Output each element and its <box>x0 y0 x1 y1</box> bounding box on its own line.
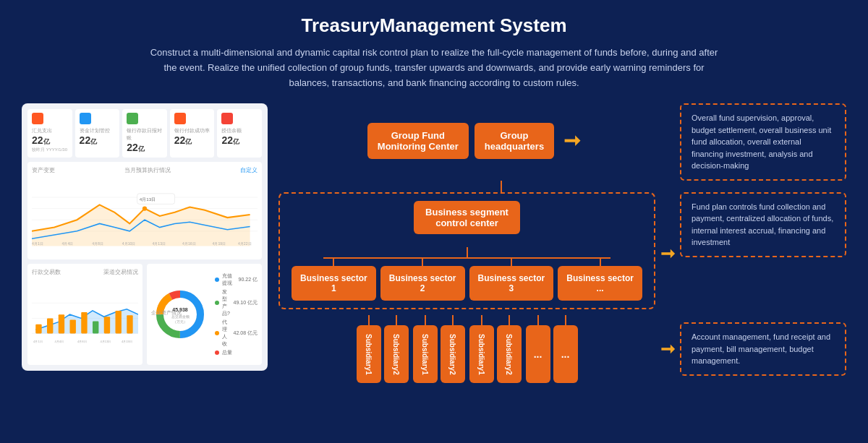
svg-text:4月4日: 4月4日 <box>55 340 64 343</box>
subsidiary-2-2: Subsidiary2 <box>441 325 465 383</box>
legend-item-4: 总量 <box>215 349 258 356</box>
legend-item-1: 充值提现 90.22 亿 <box>215 272 258 287</box>
svg-text:4月8日: 4月8日 <box>92 241 103 246</box>
chart-title: 资产变更当月预算执行情况自定义 <box>32 166 258 174</box>
sector-1-children: Subsidiary1 Subsidiary2 <box>357 315 409 383</box>
arrow-3: ➞ <box>663 339 673 359</box>
svg-marker-4 <box>32 205 250 246</box>
group-hq-box: Group headquarters <box>475 123 554 159</box>
svg-text:4月1日: 4月1日 <box>32 241 43 246</box>
sector-3-group: Business sector 3 <box>469 257 554 301</box>
segment-container: Business segment control center <box>278 192 655 309</box>
svg-text:4月19日: 4月19日 <box>122 340 132 343</box>
level-3-info-box: Account management, fund receipt and pay… <box>680 322 846 376</box>
svg-rect-22 <box>59 315 64 334</box>
svg-text:4月1日: 4月1日 <box>33 340 43 343</box>
group-fund-box: Group Fund Monitoring Center <box>367 123 469 159</box>
arrow-right-1: ➞ <box>563 129 580 152</box>
svg-rect-26 <box>104 317 110 334</box>
svg-text:4月16日: 4月16日 <box>182 241 196 246</box>
sector-3-children: Subsidiary1 Subsidiary2 <box>469 315 522 383</box>
main-content: 汇兑支出 22亿 较昨月 YYYY/1/30 资金计划管控 22亿 银行存款日报… <box>22 103 846 383</box>
level-2-org: Business segment control center <box>278 192 655 315</box>
level-3-org: Subsidiary1 Subsidiary2 <box>278 315 655 383</box>
bar-chart-title: 行款交易数渠道交易情况 <box>32 268 138 276</box>
stat-icon-4 <box>174 113 186 124</box>
donut-chart-panel: 企业资产情况 45,938 总交易金额 （万元） <box>147 264 262 365</box>
description-text: Construct a multi-dimensional and dynami… <box>145 46 723 90</box>
stat-icon-2 <box>80 113 91 124</box>
bar-chart-svg: 4月1日 4月4日 4月8日 4月13日 4月19日 <box>32 279 138 358</box>
stat-icon-1 <box>32 113 43 124</box>
svg-rect-25 <box>93 322 98 334</box>
legend-dot-2 <box>215 301 219 305</box>
stat-cards-row: 汇兑支出 22亿 较昨月 YYYY/1/30 资金计划管控 22亿 银行存款日报… <box>27 109 262 158</box>
legend-dot-1 <box>215 278 219 282</box>
svg-text:4月13日: 4月13日 <box>101 340 111 343</box>
bottom-charts-row: 行款交易数渠道交易情况 <box>27 264 262 365</box>
sector-2-children: Subsidiary1 Subsidiary2 <box>413 315 465 383</box>
subsidiary-dots-2: ... <box>553 325 578 383</box>
page-title: TreasuryManagement System <box>22 14 846 37</box>
stat-card-2: 资金计划管控 22亿 <box>75 109 120 158</box>
sector-box-1: Business sector 1 <box>292 266 376 301</box>
subsidiary-3-2: Subsidiary2 <box>497 325 522 383</box>
level-1-row: Group Fund Monitoring Center Group headq… <box>278 103 846 181</box>
subsidiary-2-1: Subsidiary1 <box>413 325 438 383</box>
line-chart-area: 资产变更当月预算执行情况自定义 <box>27 162 262 259</box>
svg-text:4月4日: 4月4日 <box>62 241 74 246</box>
svg-text:4月22日: 4月22日 <box>238 241 252 246</box>
svg-text:4月13日: 4月13日 <box>140 197 156 202</box>
svg-rect-24 <box>81 312 87 333</box>
stat-card-1: 汇兑支出 22亿 较昨月 YYYY/1/30 <box>27 109 72 158</box>
level-1-info-box: Overall fund supervision, approval, budg… <box>680 103 846 181</box>
page-container: TreasuryManagement System Construct a mu… <box>0 0 868 443</box>
sector-dots-children: ... ... <box>526 315 578 383</box>
stat-icon-3 <box>127 113 138 124</box>
svg-rect-21 <box>47 319 53 334</box>
level-2-info-box: Fund plan controls fund collection and p… <box>680 192 846 257</box>
svg-text:4月13日: 4月13日 <box>152 241 166 246</box>
segment-control-center: Business segment control center <box>414 201 520 234</box>
legend-area: 充值提现 90.22 亿 发型产品? 49.10 亿元 代理人收 <box>215 272 258 356</box>
bar-chart-panel: 行款交易数渠道交易情况 <box>27 264 142 365</box>
stat-card-4: 银行付款成功率 22亿 <box>170 109 215 158</box>
subsidiary-1-1: Subsidiary1 <box>357 325 381 383</box>
arrow-2: ➞ <box>663 244 673 264</box>
stat-card-5: 授信余额 22亿 <box>217 109 262 158</box>
stat-icon-5 <box>221 113 233 124</box>
svg-text:4月10日: 4月10日 <box>122 241 136 246</box>
svg-rect-27 <box>116 311 122 334</box>
dashboard-panel: 汇兑支出 22亿 较昨月 YYYY/1/30 资金计划管控 22亿 银行存款日报… <box>22 103 268 371</box>
sector-2-group: Business sector 2 <box>380 257 465 301</box>
level-1-org: Group Fund Monitoring Center Group headq… <box>278 123 673 162</box>
level-3-row: Subsidiary1 Subsidiary2 <box>278 315 846 383</box>
legend-dot-4 <box>215 350 219 355</box>
subsidiary-dots-1: ... <box>526 325 550 383</box>
legend-dot-3 <box>215 331 219 335</box>
connector-1 <box>278 181 680 192</box>
svg-point-5 <box>142 207 147 211</box>
svg-rect-23 <box>70 320 76 334</box>
level-2-row: Business segment control center <box>278 192 846 315</box>
svg-text:4月19日: 4月19日 <box>213 241 226 246</box>
svg-rect-28 <box>127 316 132 334</box>
svg-rect-20 <box>35 324 41 334</box>
stat-card-3: 银行存款日报对账 22亿 <box>122 109 167 158</box>
sector-box-2: Business sector 2 <box>380 266 465 301</box>
svg-text:（万元）: （万元） <box>173 320 187 324</box>
subsidiary-1-2: Subsidiary2 <box>384 325 409 383</box>
sector-box-3: Business sector 3 <box>469 266 554 301</box>
svg-text:4月8日: 4月8日 <box>77 340 87 343</box>
line-chart-svg: 4月13日 4月1日 4月4日 4月8日 4月10日 4月13日 4月16日 4… <box>32 177 258 255</box>
sector-box-dots: Business sector ... <box>558 266 642 301</box>
legend-item-2: 发型产品? 49.10 亿元 <box>215 288 258 317</box>
sector-dots-group: Business sector ... <box>558 257 642 301</box>
org-chart-section: Group Fund Monitoring Center Group headq… <box>278 103 846 383</box>
legend-item-3: 代理人收 42.08 亿元 <box>215 319 258 348</box>
subsidiary-3-1: Subsidiary1 <box>469 325 494 383</box>
sector-1-group: Business sector 1 <box>292 257 376 301</box>
